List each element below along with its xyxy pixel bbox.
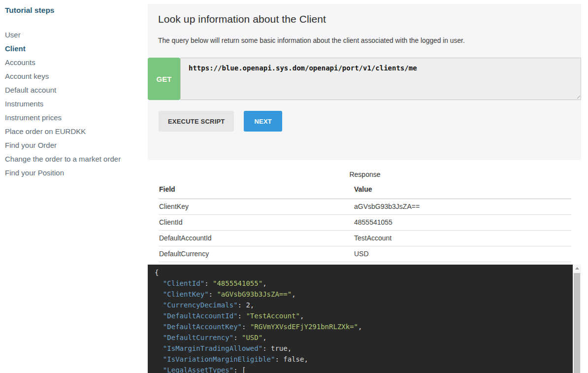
sidebar-heading: Tutorial steps (5, 6, 144, 15)
sidebar-item-account-keys[interactable]: Account keys (5, 69, 144, 83)
field-cell: ClientKey (159, 199, 354, 215)
code-line: "ClientId": "4855541055", (155, 278, 566, 289)
sidebar-item-user[interactable]: User (5, 28, 144, 42)
tutorial-sidebar: Tutorial steps UserClientAccountsAccount… (5, 6, 144, 180)
table-row: ClientId4855541055 (159, 215, 571, 231)
execute-script-button[interactable]: EXECUTE SCRIPT (159, 111, 234, 132)
response-table-body: ClientKeyaGVsbG93b3JsZA==ClientId4855541… (159, 199, 571, 262)
scrollbar-thumb[interactable] (574, 273, 580, 373)
table-row: DefaultCurrencyUSD (159, 246, 571, 262)
code-content: { "ClientId": "4855541055", "ClientKey":… (148, 265, 581, 373)
value-cell: USD (354, 246, 571, 262)
table-header-row: Field Value (159, 182, 571, 199)
response-caption: Response (159, 170, 571, 178)
field-cell: ClientId (159, 215, 354, 231)
field-column-header: Field (159, 182, 354, 199)
request-url-input[interactable]: https://blue.openapi.sys.dom/openapi/por… (180, 58, 581, 100)
sidebar-list: UserClientAccountsAccount keysDefault ac… (5, 28, 144, 180)
sidebar-item-place-order-on-eurdkk[interactable]: Place order on EURDKK (5, 125, 144, 138)
code-line: "LegalAssetTypes": [ (155, 365, 566, 373)
http-method-badge: GET (148, 58, 180, 100)
code-line: "DefaultCurrency": "USD", (155, 332, 566, 343)
code-line: "DefaultAccountId": "TestAccount", (155, 310, 566, 321)
next-button[interactable]: NEXT (244, 111, 282, 132)
code-line: { (155, 267, 566, 278)
table-row: DefaultAccountIdTestAccount (159, 231, 571, 246)
field-cell: DefaultAccountId (159, 231, 354, 246)
page-title: Look up information about the Client (158, 13, 581, 25)
code-line: "IsVariationMarginEligible": false, (155, 354, 566, 365)
response-json-code-block: { "ClientId": "4855541055", "ClientKey":… (148, 265, 581, 373)
sidebar-item-accounts[interactable]: Accounts (5, 56, 144, 69)
sidebar-item-instrument-prices[interactable]: Instrument prices (5, 111, 144, 125)
code-line: "CurrencyDecimals": 2, (155, 300, 566, 310)
request-section: Look up information about the Client The… (148, 4, 581, 160)
response-section: Response Field Value ClientKeyaGVsbG93b3… (148, 160, 581, 265)
buttons-row: EXECUTE SCRIPT NEXT (159, 111, 581, 132)
value-column-header: Value (354, 182, 571, 199)
sidebar-item-default-account[interactable]: Default account (5, 83, 144, 97)
table-row: ClientKeyaGVsbG93b3JsZA== (159, 199, 571, 215)
sidebar-item-client[interactable]: Client (5, 42, 144, 56)
code-line: "IsMarginTradingAllowed": true, (155, 343, 566, 354)
main-content: Look up information about the Client The… (148, 4, 581, 373)
sidebar-item-find-your-position[interactable]: Find your Position (5, 166, 144, 180)
request-row: GET https://blue.openapi.sys.dom/openapi… (148, 58, 581, 100)
sidebar-item-change-the-order-to-a-market-order[interactable]: Change the order to a market order (5, 152, 144, 166)
scroll-up-arrow-icon (575, 267, 579, 270)
request-url-wrap: https://blue.openapi.sys.dom/openapi/por… (180, 58, 581, 100)
sidebar-item-find-your-order[interactable]: Find your Order (5, 138, 144, 152)
value-cell: TestAccount (354, 231, 571, 246)
code-scrollbar[interactable] (573, 265, 581, 373)
code-line: "DefaultAccountKey": "RGVmYXVsdEFjY291bn… (155, 321, 566, 332)
page-description: The query below will return some basic i… (158, 37, 581, 44)
code-line: "ClientKey": "aGVsbG93b3JsZA==", (155, 289, 566, 300)
value-cell: aGVsbG93b3JsZA== (354, 199, 571, 215)
scrollbar-up-button[interactable] (573, 265, 581, 272)
value-cell: 4855541055 (354, 215, 571, 231)
field-cell: DefaultCurrency (159, 246, 354, 262)
response-table: Field Value ClientKeyaGVsbG93b3JsZA==Cli… (159, 182, 571, 262)
sidebar-item-instruments[interactable]: Instruments (5, 97, 144, 111)
